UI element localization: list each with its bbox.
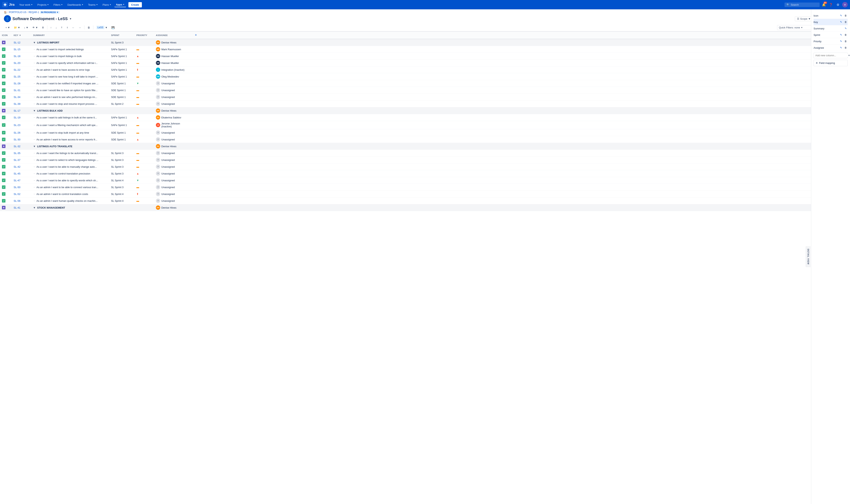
jira-logo[interactable]: Jira [2, 2, 14, 7]
column-edit-icon[interactable]: ✎ [844, 26, 848, 30]
issue-key-link[interactable]: SL-47 [14, 179, 20, 182]
issue-key-link[interactable]: SL-37 [14, 159, 20, 161]
issue-key-link[interactable]: SL-45 [14, 172, 20, 175]
issue-key-link[interactable]: SL-28 [14, 82, 20, 85]
create-button[interactable]: Create [128, 2, 142, 7]
story-assignee-cell: ES Ekaterina Sabitov [154, 114, 193, 121]
issue-key-link[interactable]: SL-18 [14, 55, 20, 58]
add-button[interactable]: + ▼ [4, 25, 12, 30]
column-edit-icon[interactable]: ✎ [839, 20, 843, 24]
issue-key-link[interactable]: SL-42 [14, 165, 20, 168]
group-toggle[interactable]: ▼ [33, 206, 36, 209]
column-delete-icon[interactable]: 🗑 [844, 20, 848, 24]
issue-key-link[interactable]: SL-22 [14, 68, 20, 71]
story-priority-cell: ▲ [135, 53, 154, 59]
issue-key-link[interactable]: SL-39 [14, 103, 20, 105]
add-column-button[interactable]: + [195, 33, 197, 37]
issue-key-link[interactable]: SL-56 [14, 199, 20, 202]
group-toggle[interactable]: ▼ [33, 41, 36, 44]
scope-button[interactable]: ☰ Scope ▼ [795, 16, 813, 21]
add-column-input[interactable] [815, 54, 848, 57]
issue-key-link[interactable]: SL-15 [14, 48, 20, 51]
col-header-summary[interactable]: SUMMARY [31, 32, 109, 39]
help-button[interactable]: ❓ [828, 2, 834, 7]
issue-key-link[interactable]: SL-50 [14, 186, 20, 189]
group-toggle[interactable]: ▼ [33, 109, 36, 112]
nav-your-work[interactable]: Your work ▼ [18, 2, 34, 7]
download-button[interactable]: ⬇ [40, 25, 46, 30]
issue-key-link[interactable]: SL-19 [14, 116, 20, 119]
less-selector[interactable]: LeSS ▼ [95, 25, 109, 30]
nav-teams[interactable]: Teams ▼ [87, 2, 100, 7]
indent-right-icon: → [78, 26, 81, 29]
table-row: ✓ SL-26 → As a user I want to stop bulk … [0, 129, 850, 136]
nav-filters[interactable]: Filters ▼ [52, 2, 64, 7]
col-header-assignee[interactable]: ASSIGNEE [154, 32, 193, 39]
issue-key-link[interactable]: SL-25 [14, 75, 20, 78]
group-priority-cell [135, 204, 154, 211]
col-header-priority[interactable]: PRIORITY [135, 32, 154, 39]
issue-key-link[interactable]: SL-31 [14, 89, 20, 92]
assignee-name: Unassigned [161, 103, 175, 105]
nav-apps[interactable]: Apps ▼ [114, 2, 126, 7]
detail-view-tab[interactable]: DETAIL VIEW [806, 246, 811, 267]
column-edit-icon[interactable]: ✎ [839, 33, 843, 37]
col-header-key[interactable]: KEY ▼ [12, 32, 31, 39]
issue-key-link[interactable]: SL-32 [14, 145, 20, 148]
issue-key-link[interactable]: SL-52 [14, 193, 20, 196]
sprint-value: SAFe Sprint 1 [111, 48, 127, 51]
indent-right-button[interactable]: → [77, 25, 83, 30]
view-button[interactable]: 👁 ▼ [31, 25, 39, 30]
quick-filter-dropdown[interactable]: Quick Filters: none ▼ [777, 25, 812, 30]
notifications-button[interactable]: 🔔 9+ [821, 2, 827, 7]
issue-key-link[interactable]: SL-30 [14, 138, 20, 141]
column-delete-icon[interactable]: 🗑 [844, 46, 848, 50]
col-header-sprint[interactable]: SPRINT [109, 32, 135, 39]
settings-button[interactable]: ⚙ [835, 2, 840, 7]
group-icon-cell: ★ [0, 39, 12, 46]
nav-plans[interactable]: Plans ▼ [101, 2, 113, 7]
delete-button[interactable]: 🗑 [86, 25, 92, 30]
col-header-add[interactable]: + [193, 32, 850, 39]
column-delete-icon[interactable]: 🗑 [844, 14, 848, 18]
page-title-dropdown[interactable]: ▼ [69, 17, 72, 20]
column-edit-icon[interactable]: ✎ [839, 39, 843, 43]
issue-key-link[interactable]: SL-20 [14, 61, 20, 65]
issue-key-link[interactable]: SL-17 [14, 109, 20, 112]
column-edit-icon[interactable]: ✎ [839, 14, 843, 18]
issue-key-link[interactable]: SL-34 [14, 96, 20, 98]
indent-left-button[interactable]: ← [71, 25, 76, 30]
nav-dashboards[interactable]: Dashboards ▼ [66, 2, 85, 7]
folder-button[interactable]: 📁 ▼ [12, 25, 22, 30]
user-avatar[interactable]: U [842, 2, 848, 7]
nav-projects[interactable]: Projects ▼ [36, 2, 51, 7]
move-top-button[interactable]: ⇑ [59, 25, 64, 30]
column-edit-icon[interactable]: ✎ [839, 46, 843, 50]
save-button[interactable]: 💾 [110, 25, 116, 30]
breadcrumb-portfolio[interactable]: PORTFOLIO US [9, 11, 26, 14]
breadcrumb-issue[interactable]: REQAR-1 [29, 11, 39, 14]
breadcrumb-status[interactable]: IN PROGRESS ▼ [40, 11, 60, 14]
search-bar[interactable]: 🔍 Search [784, 2, 820, 7]
move-up-button[interactable]: ↑ [49, 25, 53, 30]
story-sprint-cell: SAFe Sprint 1 [109, 67, 135, 73]
issue-key-link[interactable]: SL-12 [14, 41, 20, 44]
story-assignee-cell: ? Unassigned [154, 191, 193, 197]
story-summary-cell: → As a user I want to control translatio… [31, 170, 109, 177]
issue-key-link[interactable]: SL-23 [14, 124, 20, 127]
column-delete-icon[interactable]: 🗑 [844, 33, 848, 37]
assignee-avatar: ? [156, 88, 160, 92]
add-column-row[interactable]: ▼ [814, 53, 848, 58]
group-toggle[interactable]: ▼ [33, 145, 36, 148]
move-down-button[interactable]: ↓ [54, 25, 58, 30]
issue-key-link[interactable]: SL-35 [14, 152, 20, 155]
panel-columns-list: Icon ✎🗑 Key ✎🗑 Summary ✎ Sprint ✎🗑 Prior… [814, 13, 848, 51]
breadcrumb-home[interactable]: 🏠 [4, 11, 7, 14]
issue-key-link[interactable]: SL-41 [14, 206, 20, 209]
move-bottom-button[interactable]: ⇓ [65, 25, 70, 30]
column-delete-icon[interactable]: 🗑 [844, 39, 848, 43]
field-mapping-button[interactable]: ✕ Field mapping [814, 60, 848, 66]
breadcrumb: 🏠 / PORTFOLIO US / REQAR-1 IN PROGRESS ▼ [0, 10, 850, 14]
sort-button[interactable]: ↕ ▼ [22, 25, 30, 30]
issue-key-link[interactable]: SL-26 [14, 131, 20, 134]
